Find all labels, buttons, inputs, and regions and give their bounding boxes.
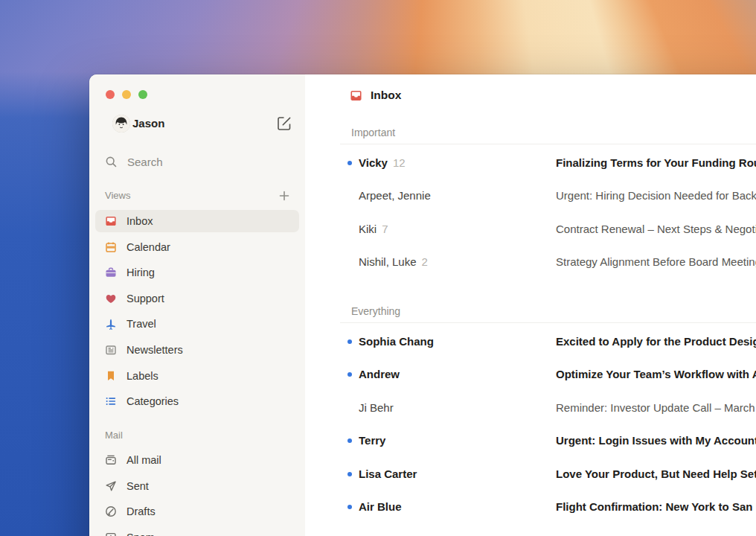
email-subject: Reminder: Investor Update Call – March 1… <box>556 391 756 424</box>
email-subject: Urgent: Login Issues with My Account <box>556 424 756 458</box>
search-icon <box>105 156 118 168</box>
unread-dot <box>347 438 352 443</box>
mail-app-window: Jason Search Views InboxCalendarHiringSu… <box>89 74 756 536</box>
email-sender: Ji Behr <box>359 391 548 424</box>
email-row[interactable]: Arpeet, JennieUrgent: Hiring Decision Ne… <box>340 179 756 213</box>
email-row[interactable]: AndrewOptimize Your Team’s Workflow with… <box>340 358 756 392</box>
email-sender: Lenny, Anish <box>359 523 548 536</box>
send-icon <box>105 480 117 492</box>
email-subject: Finalizing Terms for Your Funding Round <box>556 146 756 179</box>
allmail-icon <box>105 454 117 466</box>
sidebar-item-travel[interactable]: Travel <box>95 313 299 335</box>
spam-icon <box>105 532 117 536</box>
email-row[interactable]: Ji BehrReminder: Investor Update Call – … <box>340 391 756 424</box>
email-row[interactable]: Vicky12Finalizing Terms for Your Funding… <box>340 146 756 179</box>
bookmark-icon <box>105 370 117 382</box>
avatar[interactable] <box>112 115 130 133</box>
sidebar-item-inbox[interactable]: Inbox <box>95 210 299 232</box>
minimize-window-button[interactable] <box>122 90 131 99</box>
newspaper-icon <box>105 344 117 356</box>
email-row[interactable]: Nishil, Luke2Strategy Alignment Before B… <box>340 246 756 279</box>
views-section-label: Views <box>105 190 130 201</box>
email-row[interactable]: TerryUrgent: Login Issues with My Accoun… <box>340 424 756 458</box>
search-input[interactable]: Search <box>95 151 299 172</box>
sidebar-item-calendar[interactable]: Calendar <box>95 236 299 258</box>
sidebar-item-spam[interactable]: Spam <box>95 526 299 536</box>
compose-icon[interactable] <box>276 115 292 132</box>
unread-dot <box>347 339 352 344</box>
email-sender: Andrew <box>359 358 548 392</box>
close-window-button[interactable] <box>106 90 115 99</box>
sidebar-item-labels[interactable]: Labels <box>95 365 299 387</box>
sidebar-item-support[interactable]: Support <box>95 287 299 310</box>
briefcase-icon <box>105 267 117 278</box>
plane-icon <box>105 318 117 330</box>
thread-count: 2 <box>422 255 428 268</box>
sidebar-item-categories[interactable]: Categories <box>95 390 299 412</box>
sidebar-item-label: Labels <box>126 370 158 382</box>
sidebar-item-label: All mail <box>126 454 161 466</box>
email-subject: Strategy Alignment Before Board Meeting <box>556 246 756 279</box>
unread-dot <box>347 161 352 165</box>
sidebar-item-label: Calendar <box>126 241 170 253</box>
account-row: Jason <box>89 115 305 133</box>
add-view-icon[interactable] <box>278 190 290 202</box>
sidebar-item-sent[interactable]: Sent <box>95 475 299 497</box>
sidebar-item-label: Support <box>126 293 164 304</box>
sidebar-item-drafts[interactable]: Drafts <box>95 500 299 523</box>
page-title-text: Inbox <box>371 89 401 102</box>
sidebar: Jason Search Views InboxCalendarHiringSu… <box>89 74 306 536</box>
email-sender: Air Blue <box>359 491 548 524</box>
window-controls <box>106 90 155 99</box>
email-row[interactable]: Sophia ChangExcited to Apply for the Pro… <box>340 325 756 358</box>
email-subject: Flight Confirmation: New York to San Fra… <box>556 491 756 524</box>
account-name[interactable]: Jason <box>132 117 164 130</box>
email-subject: Love Your Product, But Need Help Setting… <box>556 457 756 491</box>
search-placeholder: Search <box>127 156 163 168</box>
mail-section-label: Mail <box>105 430 123 441</box>
sidebar-item-newsletters[interactable]: Newsletters <box>95 339 299 361</box>
zoom-window-button[interactable] <box>138 90 147 99</box>
sidebar-item-label: Inbox <box>126 215 153 227</box>
list-icon <box>105 395 117 407</box>
sidebar-item-label: Travel <box>126 318 156 330</box>
sidebar-item-label: Newsletters <box>126 344 183 356</box>
sidebar-item-label: Sent <box>126 480 149 492</box>
email-sender: Terry <box>359 424 548 458</box>
inbox-icon <box>105 215 117 227</box>
email-sender: Sophia Chang <box>359 325 548 358</box>
calendar-icon <box>105 241 117 253</box>
unread-dot <box>347 372 352 377</box>
sidebar-item-all-mail[interactable]: All mail <box>95 449 299 471</box>
group-divider <box>340 322 756 323</box>
sidebar-item-label: Hiring <box>126 267 155 278</box>
email-row[interactable]: Kiki7Contract Renewal – Next Steps & Neg… <box>340 212 756 246</box>
email-subject: The Power of AI in Startups This Week <box>556 523 756 536</box>
sidebar-item-hiring[interactable]: Hiring <box>95 261 299 284</box>
sidebar-item-label: Drafts <box>126 505 156 517</box>
email-subject: Excited to Apply for the Product Designe… <box>556 325 756 358</box>
group-divider <box>340 144 756 144</box>
sidebar-item-label: Categories <box>126 395 179 407</box>
thread-count: 7 <box>382 223 388 235</box>
desktop-wallpaper-shade <box>0 71 97 536</box>
draft-icon <box>105 505 117 517</box>
email-row[interactable]: Air BlueFlight Confirmation: New York to… <box>340 491 756 524</box>
group-label-important: Important <box>351 127 395 138</box>
email-sender: Lisa Carter <box>359 457 548 491</box>
page-title: Inbox <box>350 89 401 102</box>
email-row[interactable]: Lisa CarterLove Your Product, But Need H… <box>340 457 756 491</box>
inbox-icon <box>350 89 362 102</box>
email-subject: Contract Renewal – Next Steps & Negotiat… <box>556 212 756 246</box>
inbox-pane: Inbox Important Vicky12Finalizing Terms … <box>305 74 756 536</box>
thread-count: 12 <box>393 156 406 169</box>
email-sender: Vicky12 <box>359 146 548 179</box>
email-subject: Urgent: Hiring Decision Needed for Backe… <box>556 179 756 213</box>
email-row[interactable]: Lenny, AnishThe Power of AI in Startups … <box>340 523 756 536</box>
email-subject: Optimize Your Team’s Workflow with AI <box>556 358 756 392</box>
unread-dot <box>347 472 352 476</box>
unread-dot <box>347 505 352 509</box>
email-sender: Kiki7 <box>359 212 548 246</box>
sidebar-item-label: Spam <box>126 532 155 536</box>
email-sender: Nishil, Luke2 <box>359 246 548 279</box>
